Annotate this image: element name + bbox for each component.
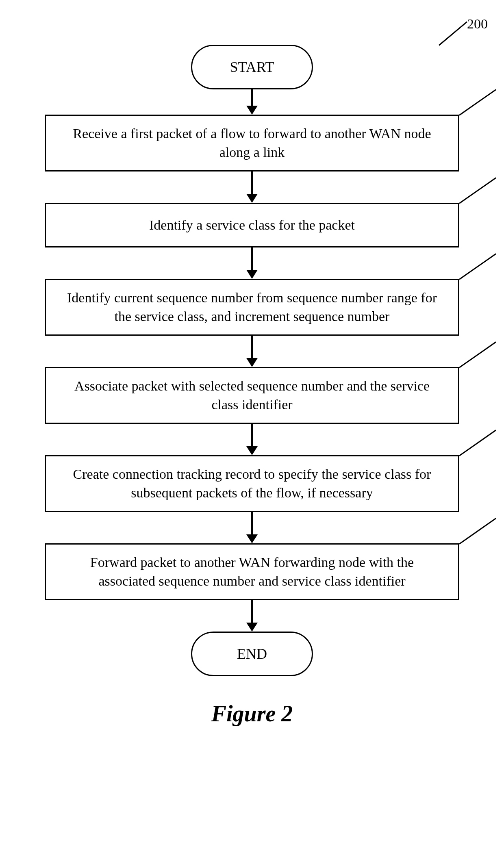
step-205: Receive a first packet of a flow to forw… [45,115,459,171]
ref-leader [459,341,496,368]
step-text: Forward packet to another WAN forwarding… [62,553,442,590]
flow-column: START Receive a first packet of a flow t… [0,16,504,727]
step-225: Create connection tracking record to spe… [45,455,459,512]
figure-caption: Figure 2 [211,701,293,727]
end-terminal: END [191,632,313,676]
step-text: Create connection tracking record to spe… [62,465,442,502]
step-text: Associate packet with selected sequence … [62,377,442,414]
step-text: Identify current sequence number from se… [62,289,442,326]
ref-leader [459,177,496,204]
figure-ref-label: 200 [467,16,488,32]
step-text: Receive a first packet of a flow to forw… [62,124,442,162]
start-label: START [230,59,274,76]
step-215: Identify current sequence number from se… [45,279,459,336]
step-text: Identify a service class for the packet [149,216,355,234]
step-210: Identify a service class for the packet [45,203,459,247]
ref-leader [459,518,496,545]
step-220: Associate packet with selected sequence … [45,367,459,424]
flowchart-canvas: 200 START Receive a first packet of a fl… [0,16,504,727]
ref-leader [459,253,496,280]
ref-leader [459,89,496,116]
end-label: END [237,645,267,662]
step-230: Forward packet to another WAN forwarding… [45,543,459,600]
ref-leader [459,430,496,456]
start-terminal: START [191,45,313,89]
